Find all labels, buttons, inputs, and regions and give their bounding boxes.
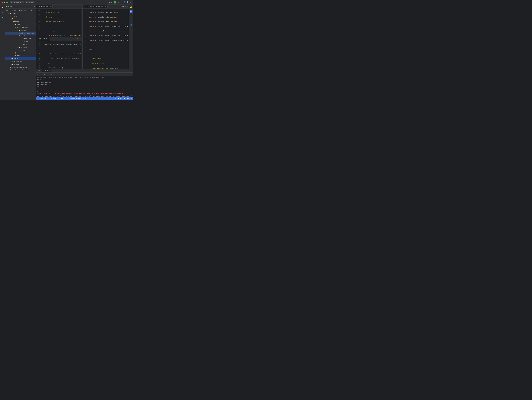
project-tool-button[interactable]: 📁 <box>1 6 4 9</box>
database-icon[interactable]: ⬡ <box>130 10 133 13</box>
tree-item-springtest[interactable]: ▾ 📦 SpringTest ~/Desktop/CS/JavaEE/2 Jav… <box>5 9 36 12</box>
tree-item-student[interactable]: ▶ ☕ Student <box>5 40 36 43</box>
tree-item-main-java[interactable]: ▶ ☕ Main <box>5 49 36 52</box>
chevron-up-icon3[interactable]: ∧ <box>125 6 126 7</box>
tree-label: pom.xml <box>13 64 19 65</box>
console-line: Start <box>37 79 132 81</box>
chevron-up-icon[interactable]: ∧ <box>79 6 80 7</box>
student-line-numbers: 1112131415 1617181920 2122232425 2627282… <box>36 8 41 37</box>
close-button[interactable] <box>1 1 3 3</box>
tree-item-pomxml[interactable]: ▶ 📄 pom.xml <box>5 63 36 66</box>
titlebar: ST SpringTest ▼ ⎇ master ▼ Main ▶ ⚙ ⋯ 👤 … <box>0 0 133 5</box>
tree-label: .gitignore <box>13 61 22 62</box>
tree-item-java[interactable]: ▾ 📁 java <box>5 23 36 26</box>
run-tool-button[interactable]: ▶ <box>1 21 4 24</box>
tree-item-idea[interactable]: ▶ 📁 .idea <box>5 12 36 15</box>
run-output[interactable]: /Users/eve/Library/Java/JavaVirtualMachi… <box>36 76 133 97</box>
chevron-up-icon2[interactable]: ∧ <box>79 38 80 39</box>
student-tab-close[interactable]: ✕ <box>50 6 51 7</box>
traffic-lights <box>1 1 8 3</box>
tree-item-src[interactable]: ▾ 📁 src <box>5 18 36 20</box>
clear-icon[interactable]: ⊘ <box>46 73 48 75</box>
scroll-end-icon[interactable]: ⤓ <box>44 73 45 75</box>
project-tree[interactable]: ▾ 📦 SpringTest ~/Desktop/CS/JavaEE/2 Jav… <box>5 8 36 100</box>
tree-item-resources[interactable]: ▶ 📁 resources <box>5 52 36 54</box>
settings-run-icon[interactable]: ⚙ <box>51 73 52 75</box>
tree-label: resources <box>17 52 25 54</box>
branch-selector[interactable]: ⎇ master ▼ <box>25 1 35 3</box>
mainconfig-tab-close[interactable]: ✕ <box>105 6 106 7</box>
run-tab[interactable]: Run <box>36 69 42 72</box>
more-tools-button[interactable]: ⋯ <box>1 26 4 29</box>
student-tab[interactable]: ☕ Student.java ✕ <box>36 5 52 8</box>
mainconfig-tab-label: MainConfiguration.java <box>86 6 104 7</box>
tree-item-main[interactable]: ▾ 📁 main <box>5 20 36 23</box>
student-editor[interactable]: 1112131415 1617181920 2122232425 2627282… <box>36 8 82 37</box>
tree-label: Teacher <box>23 44 28 45</box>
tree-item-service[interactable]: ▾ 📁 service <box>5 46 36 49</box>
project-name: SpringTest <box>13 1 21 3</box>
tree-item-org-example[interactable]: ▾ 📦 org.example <box>5 26 36 29</box>
maven-icon[interactable]: ● <box>130 19 133 22</box>
person-icon[interactable]: 👤 <box>130 23 133 26</box>
git-branch-icon: ⎇ <box>26 1 27 3</box>
maximize-button[interactable] <box>6 1 8 3</box>
gradle-icon[interactable]: m <box>130 14 133 17</box>
run-button[interactable]: ▶ <box>114 1 116 3</box>
tree-item-external-libs[interactable]: ▶ 📁 External Libraries <box>5 66 36 69</box>
tree-item-test[interactable]: ▶ 📁 test <box>5 54 36 57</box>
main-run-tab-close[interactable]: ✕ <box>49 70 50 71</box>
titlebar-right: Main ▶ ⚙ ⋯ 👤 🔍 ⚙ <box>109 1 132 3</box>
chevron-down-icon4[interactable]: ∨ <box>81 6 81 7</box>
chevron-down-icon6[interactable]: ∨ <box>127 6 128 7</box>
filter-icon[interactable]: ≡ <box>48 73 50 75</box>
tree-item-config[interactable]: ▾ 📁 config <box>5 29 36 32</box>
build-icon[interactable]: ⚙ <box>118 1 119 3</box>
left-editor-container: ☕ Student.java ✕ ⚠ 7 ∧ ∨ <box>36 5 82 69</box>
notifications-bell[interactable]: 🔔 <box>130 98 132 99</box>
main-line-numbers: 89101112 13141516 1718192021 2223242526 … <box>36 41 41 69</box>
project-selector[interactable]: ST SpringTest ▼ <box>10 1 24 3</box>
stop-icon[interactable]: ■ <box>39 73 41 75</box>
console-line: ================================= <box>37 88 132 90</box>
tree-item-gitignore[interactable]: ▶ ⊙ .gitignore <box>5 60 36 63</box>
tree-item-mainconfiguration[interactable]: ▶ ☕ MainConfiguration <box>5 32 36 34</box>
project-header: Project ▼ <box>5 5 36 8</box>
student-pane: ☕ Student.java ✕ ⚠ 7 ∧ ∨ <box>36 5 82 37</box>
editor-tab-actions-left: ⚠ 7 ∧ ∨ <box>75 5 82 8</box>
main-tab-close[interactable]: ✕ <box>48 38 48 39</box>
mainconfig-editor[interactable]: 12345 678910 1112131415 161718 import or… <box>82 8 129 69</box>
notifications-icon[interactable]: 🔔 <box>130 6 133 8</box>
restore-icon[interactable]: ⤴ <box>41 73 43 75</box>
more-icon[interactable]: ⋯ <box>120 1 121 3</box>
tree-item-scratches[interactable]: ▶ 📁 Scratches and Consoles <box>5 69 36 71</box>
main-pane: ☕ Main.java ✕ ⚠ 3 ∧ ∨ <box>36 37 82 69</box>
main-run-tab[interactable]: ☕ Main ✕ <box>42 69 51 72</box>
main-tab[interactable]: ☕ Main.java ✕ <box>36 37 50 41</box>
account-icon[interactable]: 👤 <box>123 1 125 3</box>
cursor-position[interactable]: 17:28 <box>107 98 110 99</box>
right-editor-container: ☕ MainConfiguration.java ✕ ⚠ 4 ∧ ∨ <box>82 5 129 69</box>
run-tab-label: Run <box>38 70 40 71</box>
settings-icon[interactable]: ⚙ <box>130 1 132 3</box>
student-tabs: ☕ Student.java ✕ ⚠ 7 ∧ ∨ <box>36 5 82 8</box>
minimize-button[interactable] <box>4 1 5 3</box>
main-editor[interactable]: 89101112 13141516 1718192021 2223242526 … <box>36 41 82 69</box>
commit-tool-button[interactable]: ✓ <box>1 11 4 14</box>
search-icon[interactable]: 🔍 <box>127 1 129 3</box>
rerun-icon[interactable]: ↻ <box>37 73 38 75</box>
tree-item-springtest-module[interactable]: ▾ ☕ SpringTest <box>5 15 36 18</box>
console-line: Start <box>37 90 132 93</box>
mainconfig-tab[interactable]: ☕ MainConfiguration.java ✕ <box>82 5 108 8</box>
tree-item-target[interactable]: ▶ 📁 target <box>5 57 36 60</box>
encoding[interactable]: UTF-8 <box>115 98 119 99</box>
tree-label: Student <box>23 41 28 42</box>
tree-item-entity[interactable]: ▾ 📁 entity <box>5 34 36 37</box>
right-sidebar: 🔔 ⬡ m ● 👤 <box>129 5 133 69</box>
chevron-down-icon5[interactable]: ∨ <box>81 38 81 39</box>
find-tool-button[interactable]: 🔍 <box>1 16 4 19</box>
line-separator[interactable]: LF <box>112 98 114 99</box>
indent-indicator[interactable]: ⊞ <box>120 98 121 99</box>
tree-item-teacher[interactable]: ▶ ☕ Teacher <box>5 43 36 46</box>
tree-item-artteacher[interactable]: ▶ ☕ ArtTeacher <box>5 37 36 40</box>
